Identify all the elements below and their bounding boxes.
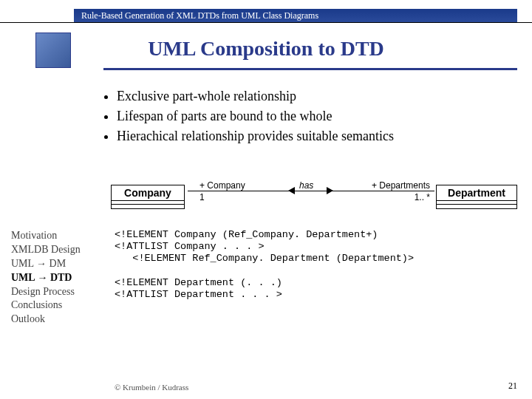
triangle-right-icon [327, 187, 333, 194]
association-label: has [299, 180, 313, 191]
class-company: Company [111, 185, 185, 209]
header-super-title: Rule-Based Generation of XML DTDs from U… [74, 9, 517, 22]
dtd-code: <!ELEMENT Company (Ref_Company. Departme… [115, 229, 414, 301]
cardinality-left: 1 [200, 192, 205, 202]
divider-top [0, 22, 532, 23]
class-department-name: Department [437, 185, 516, 201]
page-number: 21 [508, 381, 517, 392]
nav-item: Conclusions [11, 299, 81, 313]
nav-item: XMLDB Design [11, 243, 81, 257]
bullet-list: Exclusive part-whole relationship Lifesp… [103, 87, 394, 148]
association-line [188, 191, 434, 191]
outline-nav: Motivation XMLDB Design UML → DM UML → D… [11, 229, 81, 327]
nav-item: UML → DM [11, 257, 81, 271]
bullet-item: Exclusive part-whole relationship [117, 87, 394, 106]
role-left: + Company [200, 180, 245, 191]
nav-item: Design Process [11, 285, 81, 299]
nav-item: Outlook [11, 313, 81, 327]
footer-credit: © Krumbein / Kudrass [115, 383, 188, 392]
divider-title [103, 68, 517, 70]
bullet-item: Lifespan of parts are bound to the whole [117, 107, 394, 126]
role-right: + Departments [372, 180, 430, 191]
nav-item: Motivation [11, 229, 81, 243]
cardinality-right: 1.. * [415, 192, 430, 202]
nav-item-current: UML → DTD [11, 271, 81, 285]
page-title: UML Composition to DTD [0, 37, 532, 61]
bullet-item: Hierachical relationship provides suitab… [117, 127, 394, 146]
class-department: Department [436, 185, 517, 209]
class-company-name: Company [112, 185, 184, 201]
triangle-left-icon [288, 187, 295, 194]
uml-diagram: Company Department + Company has + Depar… [111, 185, 517, 222]
